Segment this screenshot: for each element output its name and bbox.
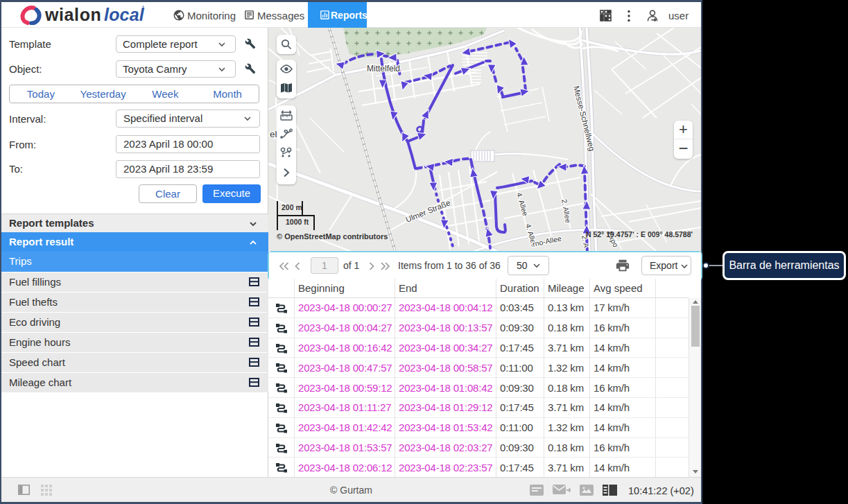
svg-text:1000 ft: 1000 ft [286, 218, 309, 226]
svg-text:© OpenStreetMap contributors: © OpenStreetMap contributors [277, 232, 388, 241]
svg-text:N 52° 19.4757' : E 009° 48.578: N 52° 19.4757' : E 009° 48.5788' [586, 230, 693, 238]
svg-text:local: local [104, 6, 145, 24]
svg-text:Mittelfeld: Mittelfeld [367, 64, 400, 73]
svg-text:200 m: 200 m [282, 203, 302, 211]
svg-text:ʻ: ʻ [142, 6, 144, 15]
svg-text:el: el [270, 129, 277, 139]
svg-text:wialon: wialon [44, 6, 101, 24]
